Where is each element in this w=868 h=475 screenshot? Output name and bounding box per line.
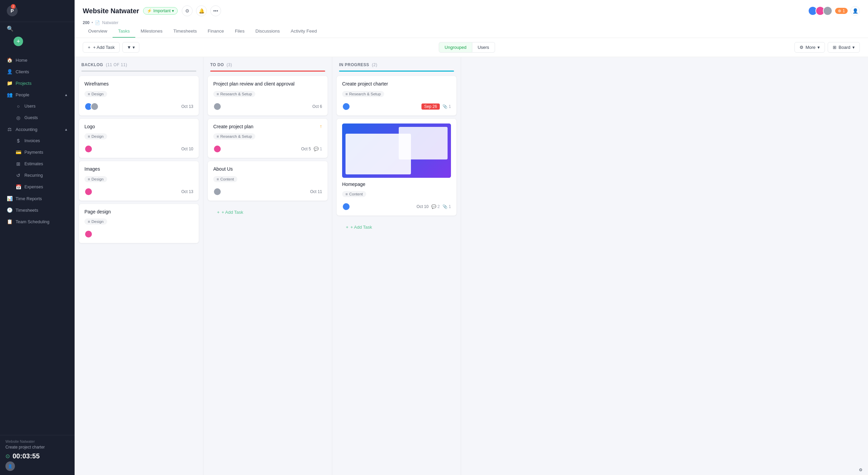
sidebar-item-invoices[interactable]: $ Invoices	[0, 135, 75, 147]
card-date: Oct 10	[417, 204, 429, 209]
filter-icon: ▼	[127, 45, 131, 50]
tab-overview[interactable]: Overview	[83, 25, 113, 38]
card-create-project-charter[interactable]: Create project charter ≡ Research & Setu…	[336, 76, 457, 116]
page-tabs: Overview Tasks Milestones Timesheets Fin…	[83, 25, 860, 38]
card-meta: Oct 10 💬 2 📎 1	[417, 204, 451, 209]
sidebar-item-home[interactable]: 🏠 Home	[0, 54, 75, 66]
card-page-design[interactable]: Page design ≡ Design	[79, 204, 199, 244]
card-footer: Oct 13	[84, 188, 193, 196]
sidebar-item-label: Estimates	[24, 162, 43, 166]
tab-finance[interactable]: Finance	[202, 25, 230, 38]
card-avatars	[84, 188, 93, 196]
project-id: 200	[83, 20, 90, 25]
column-backlog-label: BACKLOG	[81, 62, 103, 67]
tab-files[interactable]: Files	[230, 25, 250, 38]
user-profile-button[interactable]: 👤	[850, 6, 860, 16]
sidebar-item-timesheets[interactable]: 🕐 Timesheets	[0, 204, 75, 216]
card-title: Wireframes	[84, 81, 193, 88]
sidebar-item-expenses[interactable]: 📅 Expenses	[0, 181, 75, 193]
card-tag: ≡ Research & Setup	[213, 133, 255, 139]
sidebar-item-accounting[interactable]: ⚖ Accounting ▲	[0, 124, 75, 135]
team-avatars	[808, 6, 832, 16]
card-date: Oct 6	[312, 104, 322, 109]
accounting-submenu: $ Invoices 💳 Payments ⊞ Estimates ↺ Recu…	[0, 135, 75, 193]
todo-add-task-button[interactable]: + + Add Task	[212, 206, 324, 218]
timer-bar: ⊙ 00:03:55	[5, 452, 69, 460]
tag-icon: ≡	[217, 92, 219, 96]
user-avatar[interactable]: 👤	[5, 461, 15, 471]
card-title: Create project charter	[342, 81, 451, 88]
more-button[interactable]: ⚙ More ▾	[794, 42, 825, 53]
users-button[interactable]: Users	[472, 42, 495, 53]
column-todo-count: (3)	[226, 62, 232, 67]
add-new-button[interactable]: +	[14, 37, 23, 46]
attachment-icon: 📎 1	[442, 204, 451, 209]
people-submenu: ○ Users ◎ Guests	[0, 100, 75, 124]
card-title: Create project plan	[213, 124, 320, 130]
more-options-button[interactable]: •••	[210, 5, 221, 16]
card-homepage[interactable]: Homepage ≡ Content Oct 10 💬 2 📎 1	[336, 118, 457, 216]
tag-icon: ≡	[346, 192, 348, 196]
tab-discussions[interactable]: Discussions	[250, 25, 285, 38]
card-project-plan-review[interactable]: Project plan review and client approval …	[208, 76, 328, 116]
chevron-down-icon: ▾	[133, 45, 135, 50]
column-backlog-line	[81, 71, 196, 72]
card-about-us[interactable]: About Us ≡ Content Oct 11	[208, 161, 328, 201]
column-todo-header: TO DO (3)	[203, 57, 332, 71]
sidebar-item-clients[interactable]: 👤 Clients	[0, 66, 75, 77]
tag-icon: ≡	[346, 92, 348, 96]
tab-tasks[interactable]: Tasks	[113, 25, 135, 38]
page-header: Website Natwater ⚡ Important ▾ ⚙ 🔔 •••	[75, 0, 868, 38]
column-todo-line	[210, 71, 325, 72]
card-date: Oct 13	[181, 104, 193, 109]
sidebar-item-people[interactable]: 👥 People ▲	[0, 89, 75, 100]
column-inprogress-count: (2)	[372, 62, 377, 67]
settings-button[interactable]: ⚙	[182, 5, 193, 16]
board-view-button[interactable]: ⊞ Board ▾	[828, 42, 860, 53]
sidebar-item-users[interactable]: ○ Users	[0, 100, 75, 112]
search-button[interactable]: 🔍	[7, 25, 14, 32]
sidebar-item-estimates[interactable]: ⊞ Estimates	[0, 158, 75, 170]
sidebar-search-section: 🔍	[0, 22, 75, 35]
card-images[interactable]: Images ≡ Design Oct 13	[79, 161, 199, 201]
tag-icon: ≡	[217, 177, 219, 181]
sidebar-item-time-reports[interactable]: 📊 Time Reports	[0, 193, 75, 204]
card-tag: ≡ Design	[84, 176, 107, 182]
tag-icon: ≡	[88, 134, 90, 138]
sidebar-item-guests[interactable]: ◎ Guests	[0, 112, 75, 124]
sidebar-item-label: Projects	[16, 81, 32, 86]
filter-button[interactable]: ▼ ▾	[122, 42, 139, 53]
card-wireframes[interactable]: Wireframes ≡ Design Oct 13	[79, 76, 199, 116]
people-icon: 👥	[7, 92, 12, 97]
timer-display: 00:03:55	[13, 452, 40, 460]
importance-badge[interactable]: ⚡ Important ▾	[143, 7, 178, 15]
card-footer: Oct 10 💬 2 📎 1	[342, 203, 451, 211]
tab-milestones[interactable]: Milestones	[135, 25, 168, 38]
card-date-overdue: Sep 26	[421, 103, 440, 110]
ungrouped-button[interactable]: Ungrouped	[439, 42, 472, 53]
sidebar-item-team-scheduling[interactable]: 📋 Team Scheduling	[0, 216, 75, 227]
card-date: Oct 11	[310, 189, 322, 194]
card-title: Logo	[84, 124, 193, 130]
column-inprogress-label: IN PROGRESS	[339, 62, 369, 67]
group-toggle: Ungrouped Users	[439, 42, 495, 53]
team-scheduling-icon: 📋	[7, 219, 12, 224]
recurring-icon: ↺	[16, 173, 21, 178]
sidebar-item-payments[interactable]: 💳 Payments	[0, 147, 75, 158]
add-task-button[interactable]: + + Add Task	[83, 42, 120, 53]
notification-count[interactable]: ⊕ 1	[835, 8, 848, 14]
backlog-cards: Wireframes ≡ Design Oct 13	[75, 76, 203, 475]
timesheets-icon: 🕐	[7, 207, 12, 213]
column-backlog: BACKLOG (11 of 11) Wireframes ≡ Design	[75, 57, 203, 475]
comment-icon: 💬 2	[431, 204, 440, 209]
card-create-project-plan[interactable]: Create project plan ↑ ≡ Research & Setup…	[208, 118, 328, 158]
tab-activity-feed[interactable]: Activity Feed	[285, 25, 322, 38]
card-title: About Us	[213, 166, 322, 173]
notifications-button[interactable]: 🔔	[196, 5, 207, 16]
tab-timesheets[interactable]: Timesheets	[168, 25, 202, 38]
card-logo[interactable]: Logo ≡ Design Oct 10	[79, 118, 199, 158]
sidebar-item-projects[interactable]: 📁 Projects	[0, 77, 75, 89]
card-avatar-1	[84, 145, 93, 153]
sidebar-item-recurring[interactable]: ↺ Recurring	[0, 170, 75, 181]
inprogress-add-task-button[interactable]: + + Add Task	[340, 221, 453, 233]
